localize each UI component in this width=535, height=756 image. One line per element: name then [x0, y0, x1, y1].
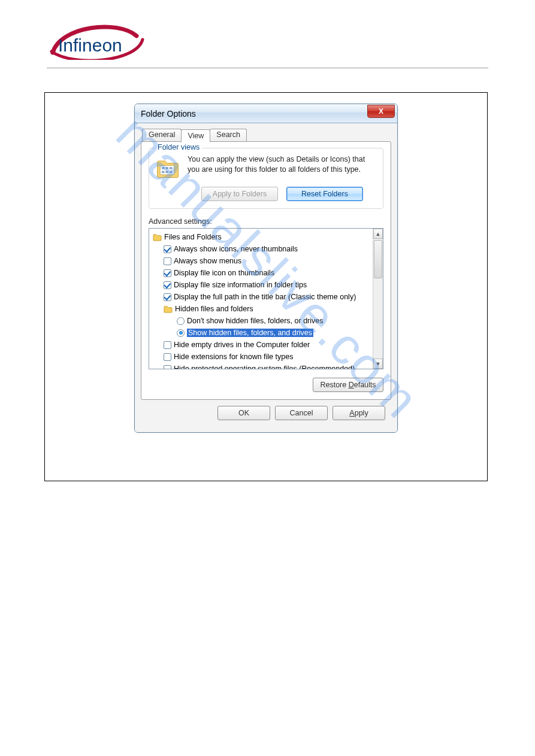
- ok-button[interactable]: OK: [217, 406, 270, 420]
- checkbox-icon: [164, 293, 171, 301]
- folder-icon: [153, 233, 162, 241]
- svg-rect-7: [170, 171, 173, 174]
- folder-views-group-title: Folder views: [155, 143, 202, 151]
- tree-item-display-file-icon-thumbs[interactable]: Display file icon on thumbnails: [152, 267, 371, 279]
- scroll-down-button[interactable]: ▼: [373, 359, 383, 369]
- tree-label: Display file icon on thumbnails: [174, 267, 274, 279]
- tree-label: Hide empty drives in the Computer folder: [174, 339, 310, 351]
- svg-text:Infineon: Infineon: [58, 35, 122, 55]
- tree-label: Hide extensions for known file types: [174, 351, 293, 363]
- scroll-up-button[interactable]: ▲: [373, 229, 383, 239]
- tree-item-hide-protected-os-files[interactable]: Hide protected operating system files (R…: [152, 363, 371, 369]
- svg-rect-5: [162, 171, 165, 174]
- dialog-footer: OK Cancel Apply: [141, 400, 391, 426]
- checkbox-icon: [164, 365, 171, 369]
- tree-item-always-show-icons[interactable]: Always show icons, never thumbnails: [152, 243, 371, 255]
- apply-to-folders-button[interactable]: Apply to Folders: [201, 187, 278, 201]
- checkbox-icon: [164, 245, 171, 253]
- checkbox-icon: [164, 353, 171, 361]
- folder-options-dialog: Folder Options X General View Search Fol…: [134, 104, 398, 433]
- dialog-body: General View Search Folder views: [135, 123, 397, 432]
- close-button[interactable]: X: [367, 105, 395, 118]
- checkbox-icon: [164, 281, 171, 289]
- checkbox-icon: [164, 269, 171, 277]
- folder-views-description: You can apply the view (such as Details …: [188, 154, 377, 181]
- close-icon: X: [379, 107, 383, 116]
- folder-views-group: Folder views You can apply the view (: [149, 148, 383, 209]
- tree-item-hide-empty-drives[interactable]: Hide empty drives in the Computer folder: [152, 339, 371, 351]
- tree-item-display-file-size-tips[interactable]: Display file size information in folder …: [152, 279, 371, 291]
- radio-icon: [177, 317, 185, 325]
- tab-view[interactable]: View: [181, 129, 210, 142]
- svg-rect-3: [165, 167, 168, 169]
- folder-views-icon: [155, 154, 182, 181]
- tree-root-files-and-folders[interactable]: Files and Folders: [152, 231, 371, 243]
- tree-label: Always show icons, never thumbnails: [174, 243, 298, 255]
- folder-icon: [164, 305, 173, 313]
- tree-label: Always show menus: [174, 255, 241, 267]
- tree-label: Don't show hidden files, folders, or dri…: [187, 315, 324, 327]
- cancel-button[interactable]: Cancel: [275, 406, 328, 420]
- tree-label: Display file size information in folder …: [174, 279, 307, 291]
- tree-label: Hidden files and folders: [175, 303, 253, 315]
- tree-item-display-full-path[interactable]: Display the full path in the title bar (…: [152, 291, 371, 303]
- restore-defaults-button[interactable]: Restore Defaults: [313, 378, 383, 392]
- tree-item-hidden-files-folder[interactable]: Hidden files and folders: [152, 303, 371, 315]
- advanced-settings-tree: Files and Folders Always show icons, nev…: [149, 228, 383, 369]
- button-label: Apply: [349, 409, 368, 417]
- svg-rect-6: [165, 171, 168, 174]
- dialog-titlebar: Folder Options X: [135, 104, 397, 123]
- tree-item-show-hidden[interactable]: Show hidden files, folders, and drives: [152, 327, 371, 339]
- figure-frame: Folder Options X General View Search Fol…: [44, 92, 488, 481]
- tree-label: Display the full path in the title bar (…: [174, 291, 356, 303]
- radio-icon: [177, 329, 185, 337]
- tab-general[interactable]: General: [142, 129, 182, 142]
- tree-item-hide-extensions[interactable]: Hide extensions for known file types: [152, 351, 371, 363]
- button-label: Restore Defaults: [320, 381, 376, 389]
- checkbox-icon: [164, 257, 171, 265]
- scroll-track[interactable]: [373, 239, 383, 359]
- svg-rect-1: [160, 165, 174, 175]
- header-rule: [47, 68, 488, 68]
- tree-item-dont-show-hidden[interactable]: Don't show hidden files, folders, or dri…: [152, 315, 371, 327]
- checkbox-icon: [164, 341, 171, 349]
- tree-scrollbar[interactable]: ▲ ▼: [373, 229, 383, 369]
- scroll-thumb[interactable]: [374, 240, 382, 278]
- tab-strip: General View Search: [141, 129, 391, 142]
- infineon-logo: Infineon: [47, 23, 488, 62]
- reset-folders-button[interactable]: Reset Folders: [286, 187, 363, 201]
- tree-item-always-show-menus[interactable]: Always show menus: [152, 255, 371, 267]
- tree-label: Show hidden files, folders, and drives: [187, 327, 313, 339]
- svg-rect-2: [162, 167, 165, 169]
- tab-search[interactable]: Search: [210, 129, 247, 142]
- tab-panel-view: Folder views You can apply the view (: [141, 141, 391, 400]
- tree-label: Files and Folders: [164, 231, 222, 243]
- apply-button[interactable]: Apply: [333, 406, 385, 420]
- tree-label: Hide protected operating system files (R…: [174, 363, 355, 369]
- dialog-title: Folder Options: [141, 109, 196, 119]
- svg-rect-4: [170, 167, 173, 169]
- advanced-settings-label: Advanced settings:: [149, 217, 383, 226]
